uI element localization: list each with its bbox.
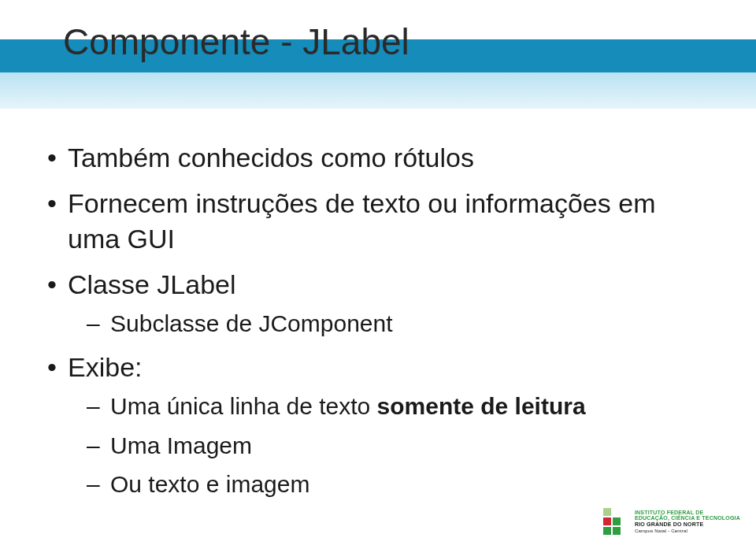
slide-title: Componente - JLabel xyxy=(63,20,410,63)
bullet-3-text: Classe JLabel xyxy=(68,269,236,299)
footer-logo: INSTITUTO FEDERAL DE EDUCAÇÃO, CIÊNCIA E… xyxy=(603,508,740,535)
slide-content: Também conhecidos como rótulos Fornecem … xyxy=(44,140,712,510)
bullet-4-sub-3: Ou texto e imagem xyxy=(87,468,712,500)
footer-line-2: EDUCAÇÃO, CIÊNCIA E TECNOLOGIA xyxy=(635,515,740,521)
bullet-4-sub-1-pre: Uma única linha de texto xyxy=(110,393,377,419)
ifrn-logo-icon xyxy=(603,508,630,535)
bullet-2: Fornecem instruções de texto ou informaç… xyxy=(44,186,712,258)
bullet-4: Exibe: Uma única linha de texto somente … xyxy=(44,350,712,501)
bullet-3: Classe JLabel Subclasse de JComponent xyxy=(44,267,712,340)
bullet-3-sub-1: Subclasse de JComponent xyxy=(87,307,712,339)
bullet-4-sub-2: Uma Imagem xyxy=(87,429,712,462)
footer-campus: Campus Natal - Central xyxy=(635,529,740,534)
title-band-light xyxy=(0,72,756,109)
footer-logo-text: INSTITUTO FEDERAL DE EDUCAÇÃO, CIÊNCIA E… xyxy=(635,510,740,534)
slide: Componente - JLabel Também conhecidos co… xyxy=(0,0,756,549)
bullet-4-text: Exibe: xyxy=(68,352,143,382)
bullet-4-sub-1: Uma única linha de texto somente de leit… xyxy=(87,390,712,422)
footer-line-3: RIO GRANDE DO NORTE xyxy=(635,521,740,528)
bullet-4-sub-1-bold: somente de leitura xyxy=(377,393,586,419)
bullet-1: Também conhecidos como rótulos xyxy=(44,140,712,176)
